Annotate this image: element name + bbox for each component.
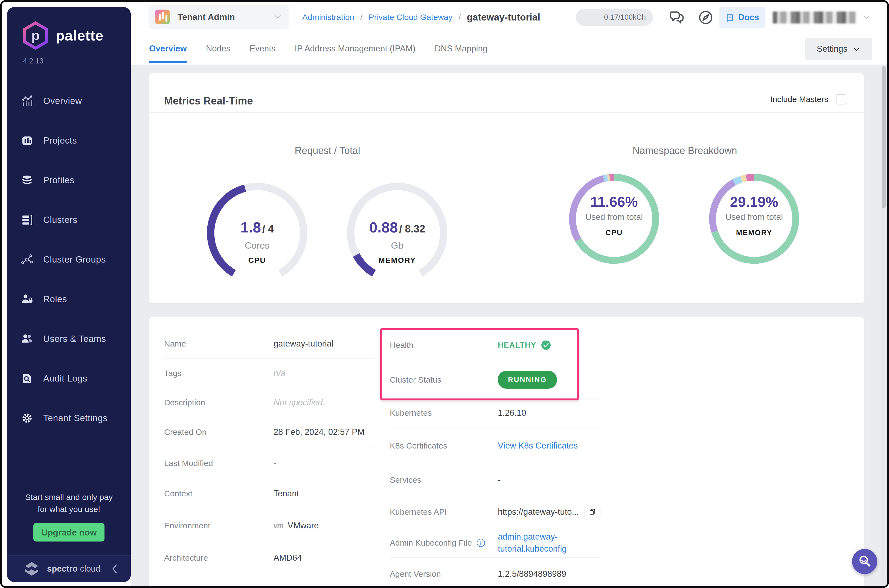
sidebar-item-label: Projects: [43, 135, 77, 146]
view-k8s-certificates-link[interactable]: View K8s Certificates: [498, 441, 578, 451]
memory-total-value: / 8.32: [399, 223, 425, 235]
info-icon[interactable]: [476, 538, 485, 548]
detail-label: Description: [164, 398, 273, 407]
tab-nodes[interactable]: Nodes: [206, 33, 231, 64]
user-menu-chevron-icon[interactable]: [863, 15, 870, 20]
collapse-sidebar-icon[interactable]: [111, 564, 118, 573]
memory-used-caption: Used from total: [707, 212, 801, 222]
kubeconfig-download-link[interactable]: admin.gateway- tutorial.kubeconfig: [498, 531, 567, 555]
docs-button-label: Docs: [738, 13, 759, 22]
detail-label: Created On: [164, 428, 273, 437]
detail-row-context: Context Tenant: [164, 479, 375, 508]
copy-api-url-button[interactable]: [584, 504, 601, 520]
promo-text-line2: for what you use!: [7, 503, 131, 515]
detail-label: Services: [390, 476, 498, 484]
tab-dns-mapping[interactable]: DNS Mapping: [435, 33, 487, 64]
kubeconfig-link-line2: tutorial.kubeconfig: [498, 543, 567, 555]
scope-selector[interactable]: Tenant Admin: [149, 5, 288, 29]
memory-donut-label: MEMORY: [707, 229, 801, 237]
running-status-badge: RUNNING: [498, 371, 557, 388]
metrics-card: Metrics Real-Time Include Masters Reques…: [149, 73, 864, 303]
detail-row-environment: Environment vm VMware: [164, 508, 375, 543]
detail-value: 28 Feb, 2024, 02:57 PM: [273, 427, 365, 437]
memory-namespace-donut: 29.19% Used from total MEMORY: [707, 172, 801, 266]
detail-value: -: [498, 475, 500, 485]
chevron-down-icon: [274, 15, 281, 20]
detail-label: Name: [164, 339, 273, 348]
scrollbar-thumb[interactable]: [882, 66, 886, 208]
scrollbar-track[interactable]: [881, 65, 886, 585]
page-title: gateway-tutorial: [467, 12, 540, 23]
footer-brand-text: spectro cloud: [47, 564, 101, 574]
sidebar-item-roles[interactable]: Roles: [7, 279, 131, 319]
detail-row-last-modified: Last Modified -: [164, 447, 375, 479]
detail-label: Tags: [164, 369, 273, 378]
divider: [149, 112, 864, 112]
sidebar-item-cluster-groups[interactable]: Cluster Groups: [7, 240, 131, 279]
divider: [506, 112, 506, 303]
profiles-layers-icon: [21, 174, 33, 186]
details-right-column: Health HEALTHY Cluster Status RUNNING Ku…: [390, 329, 601, 586]
compass-icon[interactable]: [698, 9, 714, 26]
tab-events[interactable]: Events: [249, 33, 275, 64]
overview-chart-icon: [21, 94, 33, 107]
detail-row-name: Name gateway-tutorial: [164, 329, 375, 358]
upgrade-now-button[interactable]: Upgrade now: [33, 523, 105, 542]
breadcrumb-administration[interactable]: Administration: [302, 13, 354, 22]
tab-overview[interactable]: Overview: [149, 33, 187, 64]
sidebar-item-overview[interactable]: Overview: [7, 81, 131, 121]
upgrade-promo: Start small and only pay for what you us…: [7, 491, 131, 542]
settings-button-label: Settings: [817, 44, 847, 54]
chat-icon[interactable]: [669, 9, 685, 26]
health-status: HEALTHY: [498, 340, 551, 350]
sidebar-item-label: Profiles: [43, 175, 74, 185]
sidebar-footer: spectro cloud: [7, 555, 131, 582]
floating-search-button[interactable]: [852, 549, 877, 574]
sidebar-item-profiles[interactable]: Profiles: [7, 160, 131, 200]
cpu-gauge: 1.8 / 4 Cores CPU: [203, 178, 312, 288]
docs-button[interactable]: Docs: [719, 7, 765, 28]
cpu-total-value: / 4: [262, 223, 274, 235]
sidebar-item-label: Clusters: [43, 215, 77, 225]
detail-value: 1.2.5/8894898989: [498, 569, 566, 579]
details-card: Name gateway-tutorial Tags n/a Descripti…: [149, 317, 864, 586]
tabs: Overview Nodes Events IP Address Managem…: [149, 33, 487, 64]
detail-label: Environment: [164, 521, 273, 530]
user-name-redacted[interactable]: [773, 12, 856, 24]
detail-row-kubernetes: Kubernetes 1.26.10: [390, 399, 601, 428]
sidebar-item-audit-logs[interactable]: Audit Logs: [7, 358, 131, 398]
detail-row-admin-kubeconfig: Admin Kubeconfig File admin.gateway- tut…: [390, 528, 601, 558]
breadcrumb: Administration / Private Cloud Gateway /…: [302, 2, 540, 33]
search-icon: [857, 554, 872, 568]
app-window: p palette 4.2.13 Overview Projects Profi…: [0, 0, 889, 588]
usage-meter-value: 0.17/100kCh: [604, 13, 646, 22]
cpu-donut-label: CPU: [567, 229, 661, 237]
detail-value: AMD64: [273, 553, 302, 563]
tab-ipam[interactable]: IP Address Management (IPAM): [294, 33, 416, 64]
scope-selector-label: Tenant Admin: [177, 12, 235, 22]
cluster-status: RUNNING: [498, 371, 557, 388]
sidebar-item-users-teams[interactable]: Users & Teams: [7, 319, 131, 358]
detail-label: Last Modified: [164, 459, 273, 468]
breadcrumb-private-cloud-gateway[interactable]: Private Cloud Gateway: [368, 13, 452, 22]
sidebar: p palette 4.2.13 Overview Projects Profi…: [7, 7, 131, 582]
svg-text:p: p: [32, 28, 40, 43]
users-teams-icon: [21, 333, 33, 345]
tabs-bar: Overview Nodes Events IP Address Managem…: [131, 33, 887, 64]
sidebar-item-clusters[interactable]: Clusters: [7, 200, 131, 240]
include-masters-checkbox[interactable]: [836, 94, 846, 105]
detail-label: Kubernetes: [390, 408, 498, 418]
sidebar-item-tenant-settings[interactable]: Tenant Settings: [7, 398, 131, 438]
request-total-title: Request / Total: [149, 145, 506, 156]
breadcrumb-separator: /: [360, 13, 362, 22]
sidebar-item-label: Roles: [43, 294, 67, 304]
sidebar-item-projects[interactable]: Projects: [7, 121, 131, 160]
cpu-gauge-label: CPU: [203, 256, 312, 265]
check-circle-icon: [541, 340, 551, 350]
metrics-title: Metrics Real-Time: [164, 95, 253, 107]
detail-row-description: Description Not specified.: [164, 388, 375, 417]
palette-logo-icon: p: [23, 21, 49, 50]
sidebar-item-label: Tenant Settings: [43, 413, 108, 423]
spectro-cloud-logo-icon: [24, 560, 40, 578]
settings-button[interactable]: Settings: [805, 38, 872, 60]
